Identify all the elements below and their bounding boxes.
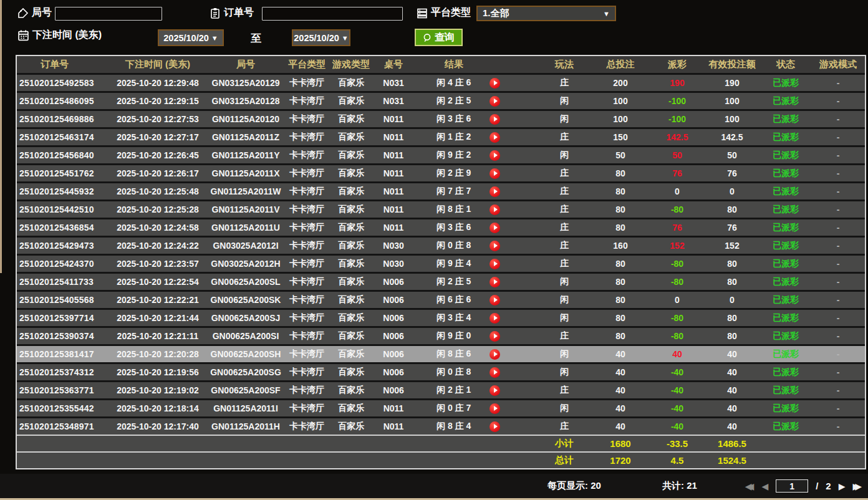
table-row[interactable]: 251020125429473 2025-10-20 12:24:22 GN03… (17, 238, 865, 254)
cell-mode: - (811, 168, 865, 178)
play-icon[interactable] (489, 150, 500, 161)
cell-platform: 卡卡湾厅 (285, 330, 329, 342)
next-page-icon[interactable]: ▶ (839, 481, 846, 491)
cell-table: N011 (374, 132, 413, 142)
table-row[interactable]: 251020125424370 2025-10-20 12:23:57 GN03… (17, 256, 865, 272)
play-icon[interactable] (489, 295, 500, 305)
filter-bar: 局号 订单号 平台类型 1.全部 ▼ 下注时间 (美东) 2025/10/20 … (17, 0, 868, 54)
play-icon[interactable] (489, 241, 500, 251)
result-text: 闲 8 庄 4 (413, 421, 489, 432)
cell-game: 百家乐 (329, 367, 374, 378)
play-icon[interactable] (489, 223, 500, 233)
cell-bet: 80 (591, 204, 650, 214)
table-row[interactable]: 251020125469886 2025-10-20 12:27:53 GN01… (17, 111, 865, 127)
cell-payout: -80 (650, 313, 704, 323)
table-row[interactable]: 251020125436854 2025-10-20 12:24:58 GN01… (17, 219, 865, 236)
table-row[interactable]: 251020125363771 2025-10-20 12:19:02 GN00… (17, 382, 865, 398)
cell-time: 2025-10-20 12:26:17 (109, 168, 206, 178)
play-icon[interactable] (489, 385, 500, 396)
cell-table: N011 (374, 204, 413, 214)
play-icon[interactable] (489, 277, 500, 287)
cell-platform: 卡卡湾厅 (285, 186, 329, 197)
table-row[interactable]: 251020125381417 2025-10-20 12:20:28 GN00… (17, 346, 865, 362)
query-button[interactable]: 查询 (415, 29, 463, 46)
cell-round: GN01125A2011I (206, 403, 285, 413)
cell-side: 庄 (538, 132, 591, 143)
cell-table: N011 (374, 114, 413, 124)
play-icon[interactable] (489, 186, 500, 197)
cell-platform: 卡卡湾厅 (285, 312, 329, 324)
order-input[interactable] (262, 7, 403, 21)
cell-order: 251020125445932 (17, 186, 109, 196)
table-row[interactable]: 251020125442510 2025-10-20 12:25:28 GN01… (17, 201, 865, 218)
cell-order: 251020125363771 (17, 385, 109, 395)
play-icon[interactable] (489, 132, 500, 143)
table-row[interactable]: 251020125486095 2025-10-20 12:29:15 GN03… (17, 93, 865, 109)
left-edge-strip (0, 0, 2, 273)
play-icon[interactable] (489, 259, 500, 269)
play-icon[interactable] (489, 313, 500, 324)
play-icon[interactable] (489, 349, 500, 360)
play-icon[interactable] (489, 331, 500, 342)
play-icon[interactable] (489, 78, 500, 89)
cell-time: 2025-10-20 12:23:57 (109, 259, 206, 269)
prev-page-icon[interactable]: ◀ (761, 481, 768, 491)
chevron-down-icon: ▼ (342, 34, 349, 42)
platform-select[interactable]: 1.全部 ▼ (476, 6, 616, 21)
first-page-icon[interactable]: ◀◀ (745, 481, 755, 491)
date-to-picker[interactable]: 2025/10/20 ▼ (292, 29, 350, 46)
cell-mode: - (811, 186, 865, 196)
cell-mode: - (811, 385, 865, 395)
table-row[interactable]: 251020125456840 2025-10-20 12:26:45 GN01… (17, 147, 865, 163)
table-row[interactable]: 251020125390374 2025-10-20 12:21:11 GN00… (17, 328, 865, 344)
cell-result: 闲 6 庄 6 (413, 294, 538, 305)
pagination-footer: 每页显示: 20 共计: 21 ◀◀ ◀ / 2 ▶ ▶▶ (0, 474, 868, 498)
cell-round: GN03125A20128 (206, 96, 285, 106)
play-icon[interactable] (489, 96, 500, 107)
play-icon[interactable] (489, 367, 500, 378)
last-page-icon[interactable]: ▶▶ (852, 481, 862, 491)
cell-bet: 50 (591, 150, 650, 160)
play-icon[interactable] (489, 421, 500, 432)
play-icon[interactable] (489, 114, 500, 125)
table-row[interactable]: 251020125411733 2025-10-20 12:22:54 GN00… (17, 274, 865, 290)
result-text: 闲 3 庄 4 (413, 312, 489, 324)
table-row[interactable]: 251020125451762 2025-10-20 12:26:17 GN01… (17, 165, 865, 181)
table-row[interactable]: 251020125405568 2025-10-20 12:22:21 GN00… (17, 292, 865, 308)
cell-bet: 40 (591, 403, 650, 413)
calendar-icon (17, 29, 29, 41)
table-row[interactable]: 251020125374312 2025-10-20 12:19:56 GN00… (17, 364, 865, 380)
cell-mode: - (811, 259, 865, 269)
bet-time-label: 下注时间 (美东) (32, 29, 102, 42)
play-icon[interactable] (489, 168, 500, 179)
cell-order: 251020125451762 (17, 168, 109, 178)
round-input[interactable] (55, 7, 162, 21)
cell-game: 百家乐 (329, 349, 374, 360)
orders-table: 订单号 下注时间 (美东) 局号 平台类型 游戏类型 桌号 结果 玩法 总投注 … (16, 55, 866, 469)
cell-bet: 40 (591, 349, 650, 359)
page-number-input[interactable] (776, 479, 808, 493)
cell-round: GN03025A2012I (206, 241, 285, 251)
play-icon[interactable] (489, 204, 500, 215)
result-text: 闲 4 庄 6 (413, 77, 489, 89)
cell-valid: 190 (704, 78, 760, 88)
cell-payout: -80 (650, 204, 704, 214)
table-row[interactable]: 251020125397714 2025-10-20 12:21:44 GN00… (17, 310, 865, 326)
cell-valid: 80 (704, 277, 760, 287)
table-row[interactable]: 251020125492583 2025-10-20 12:29:48 GN03… (17, 75, 865, 91)
cell-order: 251020125429473 (17, 241, 109, 251)
status-badge: 已派彩 (760, 276, 811, 287)
cell-platform: 卡卡湾厅 (285, 204, 329, 215)
table-row[interactable]: 251020125355442 2025-10-20 12:18:14 GN01… (17, 400, 865, 416)
cell-result: 闲 2 庄 9 (413, 168, 538, 179)
result-text: 闲 6 庄 6 (413, 294, 489, 305)
date-from-picker[interactable]: 2025/10/20 ▼ (158, 29, 224, 46)
table-row[interactable]: 251020125445932 2025-10-20 12:25:48 GN01… (17, 183, 865, 200)
cell-side: 庄 (538, 330, 591, 342)
cell-table: N006 (374, 277, 413, 287)
cell-result: 闲 2 庄 5 (413, 95, 538, 107)
table-row[interactable]: 251020125463174 2025-10-20 12:27:17 GN01… (17, 129, 865, 145)
table-row[interactable]: 251020125348971 2025-10-20 12:17:40 GN01… (17, 418, 865, 435)
result-text: 闲 3 庄 6 (413, 113, 489, 125)
play-icon[interactable] (489, 403, 500, 414)
